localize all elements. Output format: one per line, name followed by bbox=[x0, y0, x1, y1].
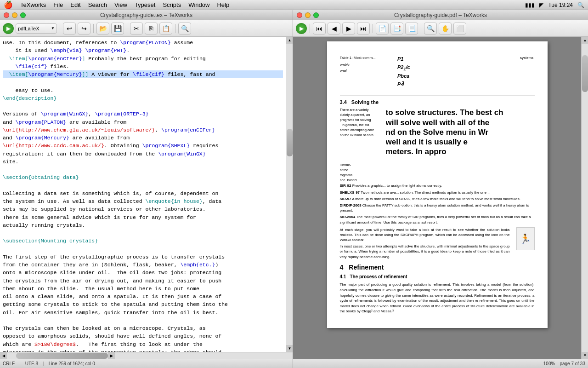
scrollbar-thumb[interactable] bbox=[287, 129, 293, 156]
sir2004-entry: SIR-2004 The most powerful of the family… bbox=[340, 214, 535, 224]
open-button[interactable]: 📂 bbox=[96, 23, 109, 34]
hscroll-thumb[interactable] bbox=[16, 353, 108, 359]
line-ending-status: CRLF bbox=[3, 361, 15, 366]
zoom-button[interactable] bbox=[20, 12, 26, 18]
code-line: oil onto a clean slide, and onto a spatu… bbox=[3, 293, 221, 299]
editor-hscrollbar[interactable]: ◀ ▶ bbox=[0, 352, 293, 359]
wifi-icon: ◤ bbox=[539, 2, 543, 8]
code-line: it is used \emph{via} \program{PWT}. bbox=[3, 47, 130, 53]
pdf-page: Table 1: Most comm... ombic onal P1 P21/… bbox=[327, 41, 548, 328]
code-line: \end{description} bbox=[3, 95, 57, 101]
pdf-two-page-button[interactable]: 📑 bbox=[390, 23, 403, 34]
menu-window[interactable]: Window bbox=[188, 1, 209, 8]
redo-button[interactable]: ↪ bbox=[78, 23, 90, 34]
subsection-4-1-title: The process of refinement bbox=[350, 274, 407, 280]
pdf-toolbar: ▶ ⏮ ◀ ▶ ⏭ 📄 📑 📃 🔍 ✋ ⬜ bbox=[293, 20, 588, 37]
figure-icon: 🏃 bbox=[520, 232, 531, 245]
save-button[interactable]: 💾 bbox=[111, 23, 124, 34]
pdf-scrollbar[interactable]: ▲ ▼ bbox=[581, 37, 588, 359]
section-4-num: 4 bbox=[340, 263, 344, 272]
pdf-zoom-in-button[interactable]: 🔍 bbox=[424, 23, 437, 34]
menu-scripts[interactable]: Scripts bbox=[163, 1, 181, 8]
pdf-page-area[interactable]: Table 1: Most comm... ombic onal P1 P21/… bbox=[293, 37, 581, 359]
find-button[interactable]: 🔍 bbox=[178, 23, 191, 34]
pdf-close-button[interactable] bbox=[297, 12, 302, 18]
code-line: which are $>180\degree$. The first thing… bbox=[3, 341, 203, 347]
pdf-scrollbar-down-button[interactable]: ▼ bbox=[582, 352, 588, 359]
subsection-4-1-heading: 4.1 The process of refinement bbox=[340, 274, 535, 280]
pdf-typeset-button[interactable]: ▶ bbox=[296, 23, 307, 34]
copy-button[interactable]: ⎘ bbox=[145, 23, 158, 34]
hscroll-left-button[interactable]: ◀ bbox=[0, 352, 7, 359]
windows-container: Crystallography-guide.tex – TeXworks ▶ p… bbox=[0, 10, 588, 368]
hscroll-right-button[interactable]: ▶ bbox=[108, 352, 115, 359]
code-line: \url{http://www.ccdc.cam.ac.uk/}. Obtain… bbox=[3, 143, 218, 149]
pdf-single-page-button[interactable]: 📄 bbox=[376, 23, 389, 34]
editor-statusbar: CRLF | UTF-8 | Line 259 of 1624; col 0 bbox=[0, 359, 293, 368]
solving-small-text: There are a varietydiately apparent, anp… bbox=[340, 108, 386, 181]
pdf-titlebar: Crystallography-guide.pdf – TeXworks bbox=[293, 10, 588, 20]
typeset-run-button[interactable]: ▶ bbox=[3, 23, 14, 34]
crystal-formula-col: P1 P21/c Pbca P4̄ bbox=[397, 55, 477, 92]
big-text-line-5: meters. In appro bbox=[386, 147, 535, 156]
dirdif2008-label: DIRDIF-2008 bbox=[340, 203, 362, 207]
pdf-first-page-button[interactable]: ⏮ bbox=[313, 23, 326, 34]
solving-mixed-section: There are a varietydiately apparent, anp… bbox=[340, 108, 535, 181]
table-divider bbox=[340, 96, 535, 96]
menu-typeset[interactable]: Typeset bbox=[135, 1, 156, 8]
code-line: from the container they are in (Schlenk,… bbox=[3, 262, 218, 268]
pdf-content: Table 1: Most comm... ombic onal P1 P21/… bbox=[293, 37, 588, 359]
big-text-line-1: to solve structures. The best ch bbox=[386, 108, 535, 117]
engine-label: pdfLaTeX bbox=[18, 26, 39, 31]
close-button[interactable] bbox=[4, 12, 9, 18]
engine-select[interactable]: pdfLaTeX ▼ bbox=[16, 23, 57, 34]
pdf-hand-button[interactable]: ✋ bbox=[439, 23, 452, 34]
pdf-prev-page-button[interactable]: ◀ bbox=[328, 23, 340, 34]
scrollbar-up-button[interactable]: ▲ bbox=[286, 37, 293, 44]
pdf-scrollbar-thumb[interactable] bbox=[582, 55, 588, 92]
big-text-line-2: will solve well with all of the bbox=[386, 118, 535, 127]
section-heading-row: 3.4 Solving the bbox=[340, 99, 535, 106]
pdf-selection-button[interactable]: ⬜ bbox=[453, 23, 466, 34]
dirdif2008-entry: DIRDIF-2008 Choose the PATTY sub-option:… bbox=[340, 203, 535, 213]
code-line: The first step of the crystallographic p… bbox=[3, 254, 225, 260]
crystal-p4bar: P4̄ bbox=[397, 80, 477, 89]
sir97-entry: SIR-97 A more up to date version of SIR-… bbox=[340, 196, 535, 201]
subsection-4-1-num: 4.1 bbox=[340, 274, 346, 280]
advice-para-1: At each stage, you will probably want to… bbox=[340, 227, 510, 243]
editor-text[interactable]: use. In this document, references to \pr… bbox=[0, 37, 286, 352]
cut-button[interactable]: ✂ bbox=[130, 23, 143, 34]
menu-texworks[interactable]: TeXworks bbox=[20, 1, 46, 8]
table-caption: Table 1: Most comm... bbox=[340, 55, 393, 60]
menu-edit[interactable]: Edit bbox=[70, 1, 80, 8]
editor-toolbar: ▶ pdfLaTeX ▼ ↩ ↪ 📂 💾 ✂ ⎘ 📋 🔍 bbox=[0, 20, 293, 37]
editor-title: Crystallography-guide.tex – TeXworks bbox=[100, 12, 192, 18]
code-line: the crystals from the air or drying out,… bbox=[3, 278, 221, 284]
menu-search[interactable]: Search bbox=[88, 1, 107, 8]
spotlight-icon[interactable]: 🔍 bbox=[577, 2, 584, 8]
toolbar-separator bbox=[60, 24, 60, 33]
subsection-code-line: \subsection{Mounting crystals} bbox=[3, 238, 98, 244]
undo-button[interactable]: ↩ bbox=[63, 23, 76, 34]
apple-menu[interactable]: 🍎 bbox=[4, 0, 13, 9]
crystal-row-2: onal bbox=[340, 68, 393, 73]
paste-button[interactable]: 📋 bbox=[159, 23, 172, 34]
charset-status: UTF-8 bbox=[25, 361, 38, 366]
editor-scrollbar[interactable]: ▲ ▼ bbox=[286, 37, 293, 352]
sir92-label: SIR-92 bbox=[340, 184, 351, 188]
minimize-button[interactable] bbox=[12, 12, 17, 18]
scrollbar-down-button[interactable]: ▼ bbox=[286, 345, 293, 352]
pdf-scrollbar-up-button[interactable]: ▲ bbox=[582, 37, 588, 44]
pdf-last-page-button[interactable]: ⏭ bbox=[357, 23, 370, 34]
menu-view[interactable]: View bbox=[114, 1, 127, 8]
sir92-desc: Provides a graphic... to assign the ligh… bbox=[352, 184, 442, 188]
menu-file[interactable]: File bbox=[53, 1, 63, 8]
code-line: getting some crystals to stick to the sp… bbox=[3, 301, 228, 307]
pdf-next-page-button[interactable]: ▶ bbox=[342, 23, 355, 34]
pdf-zoom-button[interactable] bbox=[313, 12, 319, 18]
menu-help[interactable]: Help bbox=[217, 1, 229, 8]
shelxs97-desc: Two methods are ava... solution. The dir… bbox=[361, 190, 491, 195]
section-code-line: \section{Obtaining data} bbox=[3, 174, 79, 180]
pdf-continuous-button[interactable]: 📃 bbox=[405, 23, 418, 34]
pdf-minimize-button[interactable] bbox=[305, 12, 311, 18]
